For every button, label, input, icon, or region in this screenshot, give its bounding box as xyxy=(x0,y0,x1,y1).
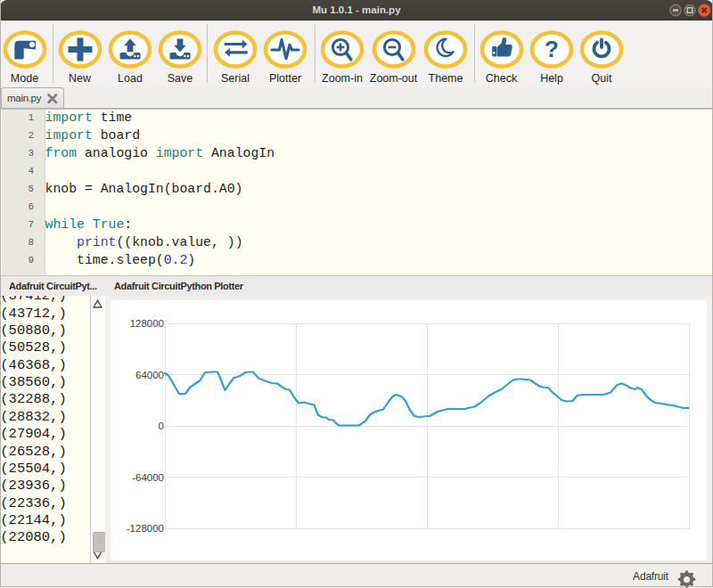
svg-text:-128000: -128000 xyxy=(127,523,164,534)
svg-text:128000: 128000 xyxy=(130,318,164,329)
svg-text:0: 0 xyxy=(159,421,164,431)
svg-text:64000: 64000 xyxy=(135,370,164,380)
svg-text:-64000: -64000 xyxy=(132,472,164,483)
svg-text:?: ? xyxy=(545,36,559,62)
